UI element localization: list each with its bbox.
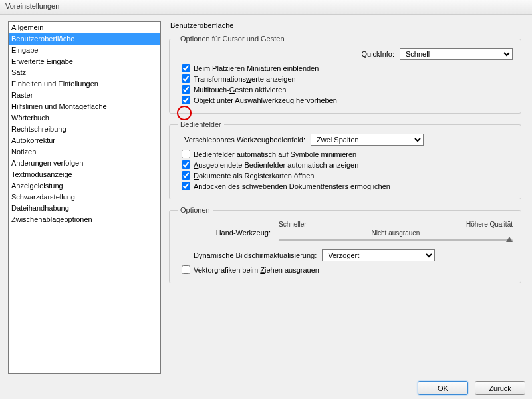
checkbox-show-hidden-panels-label: Ausgeblendete Bedienfelder automatisch a…: [194, 161, 358, 169]
dynamic-update-label: Dynamische Bildschirmaktualisierung:: [194, 251, 317, 259]
checkbox-transform-values-label: Transformationswerte anzeigen: [194, 75, 296, 83]
checkbox-multitouch[interactable]: Multitouch-Gesten aktivieren: [178, 85, 513, 94]
group-cursor-gestures: Optionen für Cursor und Gesten QuickInfo…: [169, 35, 521, 114]
sidebar-item[interactable]: Raster: [9, 90, 160, 101]
quickinfo-label: QuickInfo:: [361, 50, 394, 58]
page-title: Benutzeroberfläche: [169, 21, 521, 29]
sidebar-item[interactable]: Benutzeroberfläche: [9, 33, 160, 45]
sidebar-item[interactable]: Autokorrektur: [9, 135, 160, 146]
hand-tool-slider[interactable]: [279, 239, 513, 241]
checkbox-gray-vectors-label: Vektorgrafiken beim Ziehen ausgrauen: [194, 266, 319, 274]
checkbox-highlight-object-checkbox[interactable]: [182, 96, 190, 104]
checkbox-docs-as-tabs[interactable]: Dokumente als Registerkarten öffnen: [178, 171, 513, 180]
checkbox-gray-vectors[interactable]: Vektorgrafiken beim Ziehen ausgrauen: [178, 265, 513, 274]
sidebar-item[interactable]: Einheiten und Einteilungen: [9, 78, 160, 90]
ok-button[interactable]: OK: [418, 381, 468, 395]
checkbox-show-hidden-panels[interactable]: Ausgeblendete Bedienfelder automatisch a…: [178, 160, 513, 169]
slider-thumb-icon[interactable]: [506, 237, 513, 242]
toolpanel-label: Verschiebbares Werkzeugbedienfeld:: [184, 136, 305, 144]
toolpanel-select[interactable]: Zwei Spalten: [311, 134, 424, 146]
sidebar-item[interactable]: Allgemein: [9, 22, 160, 33]
sidebar-item[interactable]: Satz: [9, 67, 160, 78]
checkbox-multitouch-checkbox[interactable]: [182, 85, 190, 94]
window-titlebar: Voreinstellungen: [0, 0, 532, 15]
sidebar-item[interactable]: Änderungen verfolgen: [9, 158, 160, 169]
quickinfo-select[interactable]: Schnell: [400, 48, 513, 60]
dynamic-update-select[interactable]: Verzögert: [322, 249, 435, 261]
checkbox-docs-as-tabs-label: Dokumente als Registerkarten öffnen: [194, 172, 314, 180]
checkbox-thumbnails-checkbox[interactable]: [182, 64, 190, 72]
group-legend: Optionen: [178, 206, 213, 214]
checkbox-transform-values[interactable]: Transformationswerte anzeigen: [178, 74, 513, 83]
sidebar-item[interactable]: Erweiterte Eingabe: [9, 56, 160, 67]
checkbox-minimize-panels-label: Bedienfelder automatisch auf Symbole min…: [194, 150, 356, 158]
cancel-button[interactable]: Zurück: [475, 381, 525, 395]
checkbox-thumbnails-label: Beim Platzieren Miniaturen einblenden: [194, 65, 319, 72]
sidebar-item[interactable]: Anzeigeleistung: [9, 180, 160, 192]
sidebar-item[interactable]: Eingabe: [9, 45, 160, 56]
sidebar-item[interactable]: Notizen: [9, 146, 160, 158]
group-panels: Bedienfelder Verschiebbares Werkzeugbedi…: [169, 120, 521, 200]
sidebar-item[interactable]: Schwarzdarstellung: [9, 192, 160, 203]
group-legend: Optionen für Cursor und Gesten: [178, 35, 287, 43]
checkbox-transform-values-checkbox[interactable]: [182, 74, 190, 83]
slider-label-right: Höhere Qualität: [466, 221, 513, 228]
category-sidebar: AllgemeinBenutzeroberflächeEingabeErweit…: [8, 21, 161, 374]
sidebar-item[interactable]: Zwischenablageoptionen: [9, 214, 160, 225]
checkbox-highlight-object-label: Objekt unter Auswahlwerkzeug hervorheben: [194, 96, 337, 104]
main-panel: Benutzeroberfläche Optionen für Cursor u…: [169, 21, 528, 374]
checkbox-minimize-panels-checkbox[interactable]: [182, 150, 190, 158]
slider-label-left: Schneller: [279, 221, 307, 228]
checkbox-dock-floating-checkbox[interactable]: [182, 182, 190, 190]
dialog-button-bar: OK Zurück: [418, 381, 525, 395]
window-title: Voreinstellungen: [5, 2, 59, 10]
slider-sublabel: Nicht ausgrauen: [279, 229, 513, 237]
checkbox-multitouch-label: Multitouch-Gesten aktivieren: [194, 86, 286, 94]
checkbox-gray-vectors-checkbox[interactable]: [182, 265, 190, 274]
checkbox-show-hidden-panels-checkbox[interactable]: [182, 160, 190, 169]
hand-tool-label: Hand-Werkzeug:: [178, 229, 271, 237]
checkbox-thumbnails[interactable]: Beim Platzieren Miniaturen einblenden: [178, 64, 513, 72]
sidebar-item[interactable]: Dateihandhabung: [9, 203, 160, 214]
sidebar-item[interactable]: Rechtschreibung: [9, 124, 160, 135]
checkbox-minimize-panels[interactable]: Bedienfelder automatisch auf Symbole min…: [178, 150, 513, 158]
checkbox-docs-as-tabs-checkbox[interactable]: [182, 171, 190, 180]
group-options: Optionen Hand-Werkzeug: Schneller Höhere…: [169, 206, 521, 283]
sidebar-item[interactable]: Textmodusanzeige: [9, 169, 160, 180]
sidebar-item[interactable]: Hilfslinien und Montagefläche: [9, 101, 160, 112]
group-legend: Bedienfelder: [178, 120, 224, 128]
sidebar-item[interactable]: Wörterbuch: [9, 112, 160, 124]
checkbox-dock-floating[interactable]: Andocken des schwebenden Dokumentfenster…: [178, 182, 513, 190]
checkbox-dock-floating-label: Andocken des schwebenden Dokumentfenster…: [194, 182, 390, 190]
checkbox-highlight-object[interactable]: Objekt unter Auswahlwerkzeug hervorheben: [178, 96, 513, 104]
